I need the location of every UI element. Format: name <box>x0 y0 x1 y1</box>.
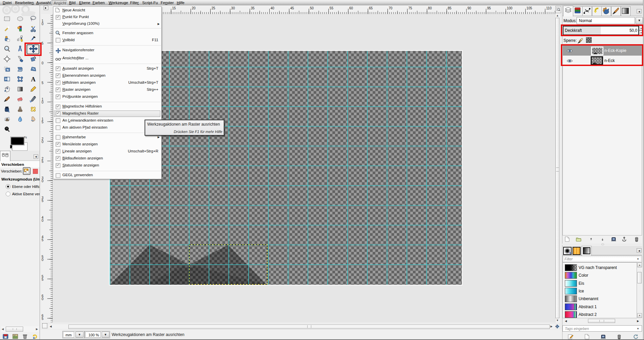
svg-text:110: 110 <box>546 6 551 10</box>
svg-text:90: 90 <box>468 6 472 10</box>
svg-text:5: 5 <box>42 42 44 45</box>
svg-text:0: 0 <box>42 61 44 65</box>
svg-text:45: 45 <box>290 6 294 10</box>
svg-text:50: 50 <box>310 6 314 10</box>
svg-text:75: 75 <box>408 6 412 10</box>
svg-text:A: A <box>31 76 36 83</box>
svg-text:5: 5 <box>42 120 44 124</box>
svg-text:20: 20 <box>192 6 196 10</box>
svg-text:105: 105 <box>527 6 532 10</box>
svg-text:60: 60 <box>349 6 353 10</box>
svg-text:5: 5 <box>42 238 44 242</box>
svg-text:55: 55 <box>330 6 334 10</box>
svg-text:0: 0 <box>42 22 44 26</box>
svg-text:0: 0 <box>42 297 44 301</box>
svg-text:0: 0 <box>42 258 44 262</box>
svg-text:30: 30 <box>231 6 235 10</box>
svg-text:5: 5 <box>42 160 44 163</box>
svg-text:100: 100 <box>507 6 513 10</box>
svg-text:0: 0 <box>42 100 44 104</box>
svg-text:0: 0 <box>42 179 44 183</box>
svg-text:65: 65 <box>369 6 373 10</box>
svg-text:0: 0 <box>42 219 44 222</box>
svg-text:40: 40 <box>271 6 275 10</box>
svg-text:5: 5 <box>42 278 44 281</box>
svg-text:80: 80 <box>428 6 432 10</box>
svg-text:5: 5 <box>42 317 44 321</box>
svg-text:25: 25 <box>211 6 215 10</box>
svg-text:0: 0 <box>42 140 44 144</box>
svg-text:70: 70 <box>389 6 393 10</box>
svg-text:85: 85 <box>448 6 452 10</box>
svg-text:35: 35 <box>251 6 255 10</box>
svg-text:5: 5 <box>42 81 44 85</box>
svg-text:5: 5 <box>42 199 44 203</box>
svg-text:95: 95 <box>487 6 491 10</box>
svg-text:15: 15 <box>172 6 176 10</box>
